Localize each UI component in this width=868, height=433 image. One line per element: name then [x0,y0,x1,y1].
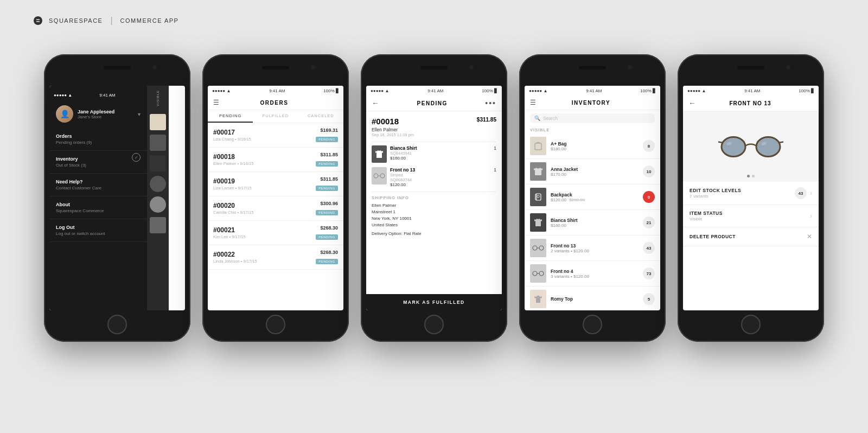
nav-orders[interactable]: Orders Pending orders (9) [49,128,147,151]
svg-point-1 [380,174,385,178]
order-price: $268.30 [316,250,338,255]
inv-item-jacket[interactable]: Anna Jacket $170.00 10 [525,159,660,184]
phone-home-button[interactable] [583,315,602,334]
order-item-00020[interactable]: #00020 Camilla Chio • 9/17/15 $300.96 PE… [208,196,343,221]
inv-count-front4: 73 [643,268,655,279]
product-sku: SQ8443941 [390,151,487,156]
inv-item-bag[interactable]: A+ Bag $180.00 8 [525,133,660,159]
phone-home-button[interactable] [741,315,761,334]
tab-canceled[interactable]: CANCELED [298,110,343,123]
product-image-area [683,111,819,182]
svg-rect-6 [537,195,539,198]
menu-icon[interactable]: ☰ [213,99,219,106]
phones-container: ●●●●● ▲ 9:41 AM 👤 Jane Applese [27,54,841,342]
back-icon[interactable]: ← [688,99,696,107]
img-dot-1[interactable] [747,175,750,177]
product-qty: 1 [490,145,496,151]
status-bar-2: ●●●●● ▲ 9:41 AM 100% ▊ [208,86,343,95]
product-detail-body: EDIT STOCK LEVELS 2 variants 43 › ITEM S… [683,182,819,310]
phone1-sidebar: ●●●●● ▲ 9:41 AM 👤 Jane Applese [49,86,147,310]
signal: ●●●●● ▲ [371,88,389,93]
action-delete[interactable]: DELETE PRODUCT ✕ [683,227,819,246]
user-store: Jane's Store [78,114,133,119]
delete-title: DELETE PRODUCT [690,234,807,239]
nav-logout-title: Log Out [56,225,141,230]
inv-item-front13[interactable]: Front no 13 2 variants • $120.00 43 [525,235,660,261]
inv-count-jacket: 10 [643,165,655,177]
product-detail-header: ← FRONT NO 13 [683,95,819,111]
img-dot-2[interactable] [752,175,755,177]
nav-inventory-title: Inventory [56,156,141,162]
order-number: #00019 [213,177,252,185]
search-bar[interactable]: 🔍 Search [530,113,655,123]
inv-price: $180.00 [551,147,639,151]
inv-price: $170.00 [551,172,639,177]
phone-home-button[interactable] [107,315,127,334]
shipping-country: United States [372,222,496,228]
phone-speaker [262,66,289,69]
svg-line-18 [780,142,783,143]
order-price: $268.30 [316,225,338,231]
orders-screen: ●●●●● ▲ 9:41 AM 100% ▊ ☰ ORDERS PENDING … [208,86,343,310]
tab-fulfilled[interactable]: FULFILLED [253,110,298,123]
order-item-00019[interactable]: #00019 Liza Larsen • 9/17/15 $311.85 PEN… [208,172,343,196]
orders-list: #00017 Liza Chang • 9/16/15 $169.31 PEND… [208,123,343,310]
order-item-00022[interactable]: #00022 Linda Johnson • 9/17/15 $268.30 P… [208,245,343,270]
signal: ●●●●● ▲ [687,88,706,93]
menu-icon[interactable]: ☰ [530,99,536,106]
product-price: $160.00 [390,156,487,161]
inventory-title: INVENTORY [536,100,646,106]
action-edit-stock[interactable]: EDIT STOCK LEVELS 2 variants 43 › [683,182,819,205]
order-item-00018[interactable]: #00018 Ellen Palmer • 9/16/15 $311.85 PE… [208,148,343,172]
svg-line-17 [718,142,722,143]
thumb-item-1 [150,114,166,130]
shipping-label: SHIPPING INFO [372,195,496,200]
item-status-right: › [810,212,812,220]
phone-4-screen: ●●●●● ▲ 9:41 AM 100% ▊ ☰ INVENTORY 🔍 Sea… [525,86,660,310]
inv-thumb-romy [530,290,546,308]
svg-point-11 [539,271,544,276]
phone-home-button[interactable] [266,315,285,334]
svg-rect-3 [535,143,541,150]
nav-about[interactable]: About Squarespace Commerce [49,196,147,219]
mark-fulfilled-button[interactable]: MARK AS FULFILLED [366,294,502,310]
more-options-icon[interactable]: ••• [485,99,496,107]
tab-pending[interactable]: PENDING [208,110,253,123]
inv-item-shirt[interactable]: Bianca Shirt $160.00 21 [525,210,660,235]
phone-home-button[interactable] [424,315,444,334]
inv-item-backpack[interactable]: Backpack $120.00 $200.00 0 [525,184,660,210]
check-icon: ✓ [132,153,141,162]
inv-info-shirt: Bianca Shirt $160.00 [551,218,639,228]
product-detail-screen: ●●●●● ▲ 9:41 AM 100% ▊ ← FRONT NO 13 [683,86,819,310]
phone-camera [628,65,632,69]
inv-section-visible: VISIBLE [525,126,660,133]
inv-item-romy[interactable]: Romy Top 5 [525,286,660,310]
action-item-status[interactable]: ITEM STATUS Visible › [683,205,819,227]
inv-name: Backpack [551,192,639,198]
phone-1-menu: ●●●●● ▲ 9:41 AM 👤 Jane Applese [44,54,190,342]
back-icon[interactable]: ← [372,99,379,107]
orders-title: ORDERS [219,100,329,106]
thumb-item-2 [150,135,166,151]
product-sku: SQ0083744 [390,177,487,182]
order-detail-title: PENDING [379,100,485,106]
inv-name: Bianca Shirt [551,218,639,223]
nav-about-title: About [56,202,141,207]
thumb-item-6 [150,217,166,233]
nav-inventory[interactable]: ✓ Inventory Out of Stock (3) [49,151,147,174]
sidebar-user[interactable]: 👤 Jane Appleseed Jane's Store ▾ [49,100,147,128]
nav-logout[interactable]: Log Out Log out or switch account [49,219,147,242]
inv-sub: 3 variants • $120.00 [551,274,639,279]
squarespace-logo-icon [33,15,43,26]
order-item-00017[interactable]: #00017 Liza Chang • 9/16/15 $169.31 PEND… [208,123,343,148]
nav-help[interactable]: Need Help? Contact Customer Care [49,174,147,196]
nav-help-title: Need Help? [56,179,141,184]
order-badge: PENDING [316,137,338,142]
product-thumb-shirt [372,145,387,163]
order-item-00021[interactable]: #00021 Kim Lee • 9/17/15 $268.30 PENDING [208,221,343,245]
status-time: 9:41 AM [99,93,115,98]
product-name: Bianca Shirt [390,145,487,151]
nav-orders-title: Orders [56,133,141,139]
inv-item-front4[interactable]: Front no 4 3 variants • $120.00 73 [525,261,660,286]
inv-thumb-front13 [530,239,546,257]
